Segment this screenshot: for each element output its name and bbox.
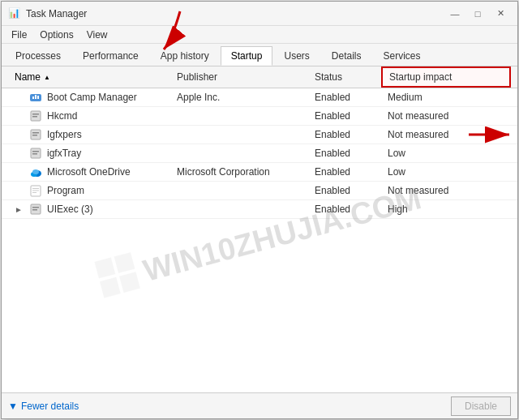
menu-file[interactable]: File bbox=[5, 28, 33, 42]
col-startup-impact[interactable]: Startup impact bbox=[381, 66, 511, 88]
title-buttons: — □ ✕ bbox=[444, 6, 511, 22]
app-icon: 📊 bbox=[8, 7, 21, 20]
expand-icon[interactable]: ► bbox=[15, 205, 24, 214]
svg-rect-29 bbox=[119, 272, 140, 293]
tab-details[interactable]: Details bbox=[321, 46, 372, 66]
row-publisher: Microsoft Corporation bbox=[170, 164, 308, 180]
row-publisher bbox=[170, 151, 308, 156]
row-status: Enabled bbox=[308, 89, 381, 105]
svg-rect-21 bbox=[32, 191, 39, 191]
row-impact: Low bbox=[381, 164, 511, 180]
row-arrow bbox=[465, 125, 517, 144]
disable-button[interactable]: Disable bbox=[451, 396, 511, 416]
tab-services[interactable]: Services bbox=[373, 46, 431, 66]
row-status: Enabled bbox=[308, 145, 381, 161]
row-name: Microsoft OneDrive bbox=[8, 163, 170, 181]
svg-rect-15 bbox=[32, 153, 37, 155]
row-icon-app bbox=[29, 147, 42, 160]
row-status: Enabled bbox=[308, 164, 381, 180]
title-bar-left: 📊 Task Manager bbox=[8, 7, 87, 20]
table-row[interactable]: igfxTray Enabled Low bbox=[2, 144, 517, 163]
table-row[interactable]: ► UIExec (3) Enabled High bbox=[2, 200, 517, 219]
svg-rect-25 bbox=[32, 209, 37, 211]
menu-bar: File Options View bbox=[2, 26, 517, 44]
row-name: Boot Camp Manager bbox=[8, 88, 170, 106]
table-body: Boot Camp Manager Apple Inc. Enabled Med… bbox=[2, 88, 517, 392]
svg-rect-9 bbox=[32, 132, 39, 134]
row-icon-program bbox=[29, 184, 42, 197]
row-status: Enabled bbox=[308, 201, 381, 217]
svg-rect-10 bbox=[32, 135, 37, 136]
col-status[interactable]: Status bbox=[308, 66, 381, 88]
row-icon-app bbox=[29, 109, 42, 122]
row-icon-app bbox=[29, 128, 42, 141]
row-status: Enabled bbox=[308, 108, 381, 124]
svg-rect-2 bbox=[32, 96, 34, 99]
row-icon-onedrive bbox=[29, 165, 42, 178]
svg-rect-24 bbox=[32, 207, 39, 208]
row-publisher bbox=[170, 207, 308, 212]
row-publisher bbox=[170, 114, 308, 118]
row-publisher bbox=[170, 188, 308, 193]
minimize-button[interactable]: — bbox=[444, 6, 465, 22]
footer: ▼ Fewer details Disable bbox=[2, 392, 517, 418]
svg-rect-26 bbox=[95, 257, 116, 278]
row-publisher: Apple Inc. bbox=[170, 89, 308, 105]
tab-performance[interactable]: Performance bbox=[72, 46, 149, 66]
row-impact: Low bbox=[381, 145, 511, 161]
row-impact: High bbox=[381, 201, 511, 217]
svg-rect-28 bbox=[100, 276, 121, 298]
row-name: Hkcmd bbox=[8, 107, 170, 125]
close-button[interactable]: ✕ bbox=[490, 6, 511, 22]
svg-rect-7 bbox=[32, 116, 37, 118]
col-publisher[interactable]: Publisher bbox=[170, 66, 308, 88]
maximize-button[interactable]: □ bbox=[467, 6, 488, 22]
svg-rect-27 bbox=[114, 252, 135, 273]
svg-point-18 bbox=[32, 169, 39, 174]
table-row[interactable]: Program Enabled Not measured bbox=[2, 182, 517, 200]
svg-rect-22 bbox=[32, 192, 36, 193]
table-row[interactable]: Igfxpers Enabled Not measured bbox=[2, 126, 517, 144]
sort-arrow: ▲ bbox=[44, 74, 50, 81]
windows-logo bbox=[92, 250, 144, 306]
table-row[interactable]: Microsoft OneDrive Microsoft Corporation… bbox=[2, 163, 517, 182]
row-publisher bbox=[170, 132, 308, 137]
svg-rect-14 bbox=[32, 151, 39, 152]
row-name: ► UIExec (3) bbox=[8, 200, 170, 218]
tab-users[interactable]: Users bbox=[273, 46, 320, 66]
row-status: Enabled bbox=[308, 126, 381, 143]
task-manager-window: 📊 Task Manager — □ ✕ File Options View P… bbox=[1, 1, 518, 419]
row-impact: Medium bbox=[381, 89, 511, 105]
table-row[interactable]: Hkcmd Enabled Not measured bbox=[2, 107, 517, 126]
tab-startup[interactable]: Startup bbox=[221, 46, 273, 66]
col-name[interactable]: Name ▲ bbox=[8, 66, 170, 88]
table-header: Name ▲ Publisher Status Startup impact bbox=[2, 66, 517, 88]
menu-options[interactable]: Options bbox=[33, 28, 79, 42]
table-row[interactable]: Boot Camp Manager Apple Inc. Enabled Med… bbox=[2, 88, 517, 107]
row-icon-boot bbox=[29, 91, 42, 104]
row-impact: Not measured bbox=[381, 182, 511, 199]
row-name: Program bbox=[8, 182, 170, 199]
row-icon-app bbox=[29, 203, 42, 216]
row-status: Enabled bbox=[308, 182, 381, 199]
menu-view[interactable]: View bbox=[80, 28, 114, 42]
row-name: igfxTray bbox=[8, 144, 170, 162]
fewer-details-button[interactable]: ▼ Fewer details bbox=[8, 401, 79, 412]
svg-rect-20 bbox=[32, 188, 39, 189]
startup-tab-arrow bbox=[139, 7, 212, 56]
title-bar: 📊 Task Manager — □ ✕ bbox=[2, 2, 517, 26]
svg-rect-6 bbox=[32, 114, 39, 115]
row-name: Igfxpers bbox=[8, 126, 170, 144]
svg-rect-4 bbox=[37, 96, 39, 99]
tab-processes[interactable]: Processes bbox=[5, 46, 71, 66]
tabs-bar: Processes Performance App history Startu… bbox=[2, 44, 517, 66]
svg-rect-3 bbox=[35, 95, 36, 99]
content-area: Name ▲ Publisher Status Startup impact bbox=[2, 66, 517, 392]
row-impact: Not measured bbox=[381, 108, 511, 124]
window-title: Task Manager bbox=[26, 8, 87, 19]
chevron-down-icon: ▼ bbox=[8, 401, 18, 412]
